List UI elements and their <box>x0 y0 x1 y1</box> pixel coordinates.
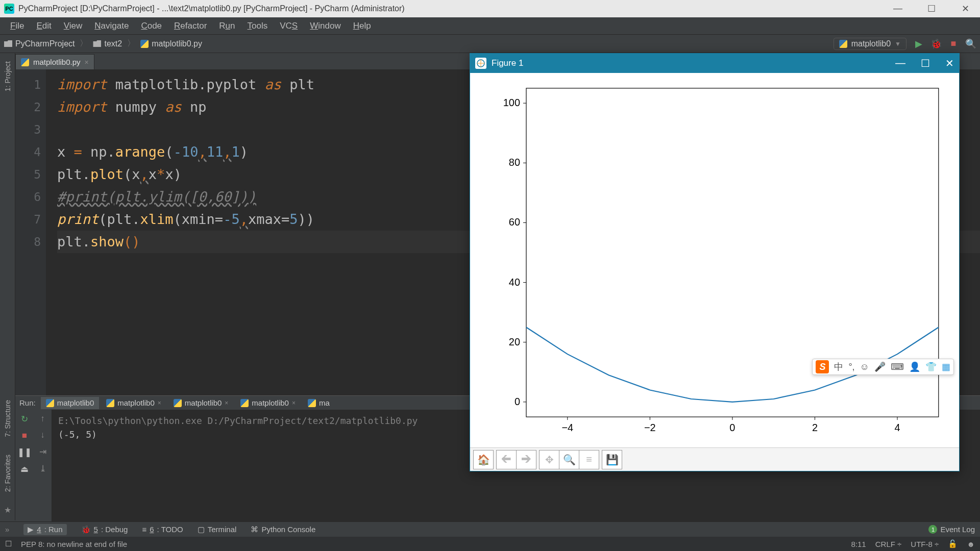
ime-keyboard-button[interactable]: ⌨ <box>891 361 904 372</box>
line-number: 8 <box>15 231 41 253</box>
figure-canvas[interactable]: 020406080100−4−2024 S 中 °, ☺ 🎤 ⌨ 👤 👕 ▦ <box>470 73 959 447</box>
close-icon[interactable]: × <box>292 399 296 407</box>
menu-window[interactable]: Window <box>304 21 347 31</box>
breadcrumb-file[interactable]: matplotlib0.py <box>140 39 202 48</box>
run-toolbar-nav: ↑ ↓ ⇥ ⤓ <box>34 410 52 521</box>
svg-text:2: 2 <box>812 422 818 433</box>
breadcrumb-separator: 〉 <box>127 38 135 49</box>
menu-run[interactable]: Run <box>213 21 241 31</box>
window-close-button[interactable]: ✕ <box>954 3 976 14</box>
window-minimize-button[interactable]: — <box>887 3 909 14</box>
line-separator[interactable]: CRLF ÷ <box>875 540 902 548</box>
close-icon[interactable]: × <box>225 399 228 407</box>
breadcrumb-file-label: matplotlib0.py <box>152 39 202 48</box>
close-icon[interactable]: × <box>85 58 89 66</box>
run-button[interactable]: ▶ <box>914 39 924 49</box>
ime-emoji-button[interactable]: ☺ <box>860 362 869 372</box>
window-maximize-button[interactable]: ☐ <box>921 57 930 69</box>
scroll-end-button[interactable]: ⤓ <box>39 463 46 474</box>
breadcrumb-folder[interactable]: text2 <box>93 39 122 48</box>
exit-button[interactable]: ⏏ <box>20 464 29 474</box>
menu-code[interactable]: Code <box>135 21 168 31</box>
mpl-pan-button[interactable]: ✥ <box>539 450 559 469</box>
matplotlib-toolbar: 🏠 🡰 🡲 ✥ 🔍 ≡ 💾 <box>470 447 959 471</box>
mpl-configure-button[interactable]: ≡ <box>579 450 599 469</box>
tool-tab-favorites[interactable]: 2: Favorites <box>3 450 13 496</box>
line-number: 2 <box>15 96 41 118</box>
down-button[interactable]: ↓ <box>40 430 45 440</box>
rerun-button[interactable]: ↻ <box>21 414 28 424</box>
more-icon[interactable]: » <box>5 525 9 534</box>
ime-lang-button[interactable]: 中 <box>834 361 843 373</box>
tool-tab-terminal[interactable]: ▢ Terminal <box>198 525 237 534</box>
ime-toolbox-button[interactable]: ▦ <box>942 361 950 372</box>
window-maximize-button[interactable]: ☐ <box>921 3 942 14</box>
ime-toolbar[interactable]: S 中 °, ☺ 🎤 ⌨ 👤 👕 ▦ <box>812 359 954 375</box>
python-file-icon <box>21 58 29 66</box>
breadcrumb-separator: 〉 <box>80 38 88 49</box>
navigation-bar: PyCharmProject 〉 text2 〉 matplotlib0.py … <box>0 35 980 53</box>
svg-text:−4: −4 <box>561 422 573 433</box>
breadcrumb-project-label: PyCharmProject <box>15 39 75 48</box>
menu-help[interactable]: Help <box>347 21 377 31</box>
run-configuration-dropdown[interactable]: matplotlib0 ▼ <box>834 38 906 50</box>
ime-skin-button[interactable]: 👕 <box>925 361 937 372</box>
bottom-tool-tabs: » ▶ 4: 4: RunRun 🐞 5: Debug ≡ 6: TODO ▢ … <box>0 521 980 537</box>
menu-edit[interactable]: Edit <box>30 21 57 31</box>
window-close-button[interactable]: ✕ <box>945 57 954 69</box>
ime-punct-button[interactable]: °, <box>848 362 854 372</box>
menu-tools[interactable]: Tools <box>241 21 274 31</box>
up-button[interactable]: ↑ <box>40 414 45 424</box>
menu-file[interactable]: File <box>4 21 30 31</box>
stop-button[interactable]: ■ <box>22 431 27 441</box>
debug-button[interactable]: 🐞 <box>931 39 941 49</box>
window-minimize-button[interactable]: — <box>895 57 905 69</box>
menu-navigate[interactable]: Navigate <box>88 21 135 31</box>
stop-button[interactable]: ■ <box>948 39 959 49</box>
run-config-label: matplotlib0 <box>851 39 891 48</box>
tool-tab-run[interactable]: ▶ 4: 4: RunRun <box>23 524 66 535</box>
status-message-icon: ☐ <box>5 539 12 548</box>
svg-text:40: 40 <box>509 277 520 288</box>
pycharm-icon: PC <box>4 4 14 14</box>
run-tab[interactable]: matplotlib0× <box>168 397 234 409</box>
pause-button[interactable]: ❚❚ <box>17 447 32 458</box>
tool-tab-debug[interactable]: 🐞 5: Debug <box>81 525 128 534</box>
readonly-toggle[interactable]: 🔓 <box>948 539 958 548</box>
ime-voice-button[interactable]: 🎤 <box>874 361 886 372</box>
event-log-button[interactable]: 1 Event Log <box>928 525 975 534</box>
tool-tab-python-console[interactable]: ⌘ Python Console <box>251 525 315 534</box>
file-encoding[interactable]: UTF-8 ÷ <box>911 540 939 548</box>
line-number: 4 <box>15 141 41 163</box>
menu-view[interactable]: View <box>58 21 89 31</box>
mpl-home-button[interactable]: 🏠 <box>473 450 494 469</box>
close-icon[interactable]: × <box>158 399 161 407</box>
mpl-zoom-button[interactable]: 🔍 <box>559 450 579 469</box>
tool-tab-structure[interactable]: 7: Structure <box>3 396 13 441</box>
tool-tab-project[interactable]: 1: Project <box>3 57 13 95</box>
soft-wrap-button[interactable]: ⇥ <box>39 446 46 457</box>
mpl-back-button[interactable]: 🡰 <box>496 450 517 469</box>
matplotlib-icon <box>475 58 486 69</box>
run-tab[interactable]: matplotlib0× <box>235 397 301 409</box>
editor-tab[interactable]: matplotlib0.py × <box>15 54 94 69</box>
menu-refactor[interactable]: Refactor <box>168 21 213 31</box>
mpl-forward-button[interactable]: 🡲 <box>516 450 536 469</box>
menu-vcs[interactable]: VCS <box>274 21 304 31</box>
window-titlebar: PC PyCharmProject [D:\PyCharmProject] - … <box>0 0 980 17</box>
status-bar: ☐ PEP 8: no newline at end of file 8:11 … <box>0 537 980 551</box>
python-file-icon <box>174 399 182 407</box>
inspection-indicator[interactable]: ☻ <box>967 540 975 548</box>
ime-user-button[interactable]: 👤 <box>909 361 920 372</box>
python-file-icon <box>140 40 149 48</box>
run-tab[interactable]: matplotlib0× <box>101 397 166 409</box>
run-tab[interactable]: matplotlib0 <box>41 397 100 409</box>
search-everywhere-button[interactable]: 🔍 <box>966 39 976 49</box>
figure-title: Figure 1 <box>492 58 895 68</box>
figure-titlebar[interactable]: Figure 1 — ☐ ✕ <box>470 54 959 73</box>
mpl-save-button[interactable]: 💾 <box>602 450 622 469</box>
breadcrumb-project[interactable]: PyCharmProject <box>4 39 75 48</box>
run-tab[interactable]: ma <box>303 397 335 409</box>
tool-tab-todo[interactable]: ≡ 6: TODO <box>142 525 183 534</box>
cursor-position[interactable]: 8:11 <box>851 540 866 548</box>
